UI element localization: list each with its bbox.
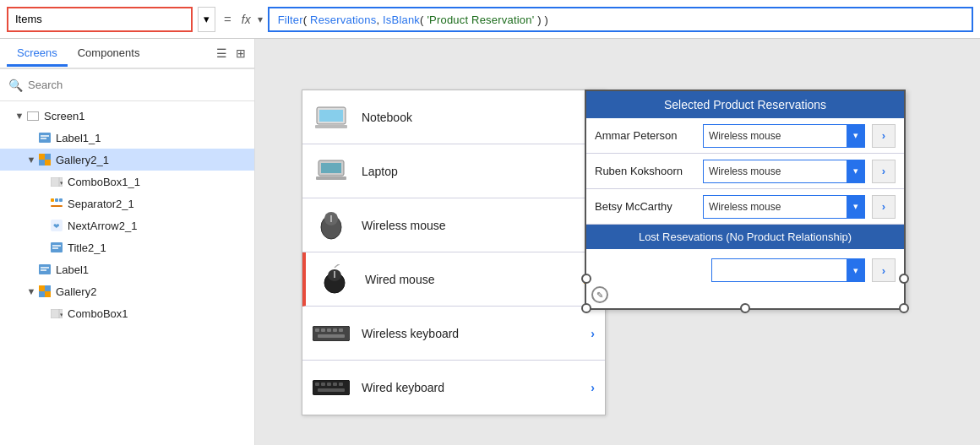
tree-item-title2-1[interactable]: Title2_1 [0,236,254,258]
title-icon-1 [49,240,64,255]
list-view-icon[interactable]: ☰ [215,45,229,62]
laptop-img [313,156,350,187]
svg-rect-31 [315,125,347,128]
wireless-mouse-img [313,210,350,241]
screen-icon [25,108,41,123]
svg-text:❤: ❤ [53,222,60,231]
chevron-down-ammar: ▾ [853,130,858,141]
tree-label-combobox1-1: ComboBox1_1 [68,176,140,188]
resize-handle-bottom-left[interactable] [581,303,591,313]
tree-item-separator2-1[interactable]: Separator2_1 [0,193,254,214]
svg-rect-42 [315,328,319,332]
resize-handle-mid-left[interactable] [581,274,591,284]
svg-rect-6 [45,160,51,166]
tree-item-combobox1-1[interactable]: ▾ ComboBox1_1 [0,171,254,193]
tree-item-label1[interactable]: Label1 [0,258,254,280]
formula-bar: Items ▾ = fx ▾ Filter( Reservations, IsB… [0,0,980,39]
grid-view-icon[interactable]: ⊞ [234,45,248,62]
resize-handle-mid-right[interactable] [899,274,909,284]
svg-rect-51 [327,383,331,386]
formula-product-reservation: 'Product Reservation' [427,14,534,26]
left-panel: Screens Components ☰ ⊞ 🔍 ▼ Screen1 [0,39,255,445]
tab-components[interactable]: Components [68,41,150,67]
ruben-dropdown[interactable]: Wireless mouse ▾ [703,160,865,183]
items-dropdown-btn[interactable]: ▾ [198,7,215,32]
ammar-dropdown[interactable]: Wireless mouse ▾ [703,124,865,148]
tab-screens[interactable]: Screens [7,41,68,67]
product-row-wired-keyboard[interactable]: Wired keyboard › [302,361,605,415]
formula-reservations: Reservations [310,14,376,26]
tree-label-label1: Label1 [56,263,89,276]
tree-panel: ▼ Screen1 Label1_1 ▼ Gallery [0,101,254,445]
svg-rect-25 [45,291,51,297]
product-row-notebook[interactable]: Notebook › [302,90,605,144]
betsy-dropdown-value: Wireless mouse [703,195,847,219]
expand-screen1: ▼ [14,111,25,121]
notebook-img [313,102,350,133]
res-name-betsy: Betsy McCarthy [595,200,696,213]
svg-rect-43 [321,328,325,332]
equals-symbol: = [220,12,235,26]
tree-label-screen1: Screen1 [44,110,84,122]
res-row-ammar: Ammar Peterson Wireless mouse ▾ › [586,118,904,154]
expand-gallery2: ▼ [25,286,37,296]
product-list-panel: Notebook › Laptop › Wireless mouse › [302,90,606,415]
resize-handle-bottom-center[interactable] [740,303,750,313]
ruben-dropdown-btn[interactable]: ▾ [847,160,865,183]
edit-icon[interactable]: ✎ [591,286,608,303]
svg-rect-45 [333,328,337,332]
product-row-wired-mouse[interactable]: Wired mouse ⚠ [302,252,605,307]
svg-rect-30 [319,110,343,122]
svg-rect-44 [327,328,331,332]
svg-rect-11 [55,198,58,202]
product-row-wireless-keyboard[interactable]: Wireless keyboard › [302,307,605,361]
svg-rect-0 [39,133,51,143]
chevron-down-icon: ▾ [204,13,210,25]
tabs-row: Screens Components ☰ ⊞ [0,39,254,69]
tree-item-screen1[interactable]: ▼ Screen1 [0,105,254,127]
betsy-arrow-btn[interactable]: › [872,195,896,219]
search-input[interactable] [28,79,246,91]
betsy-dropdown-btn[interactable]: ▾ [847,195,865,219]
lost-arrow-btn[interactable]: › [872,258,896,282]
tree-label-separator2-1: Separator2_1 [68,198,134,210]
search-icon: 🔍 [8,79,23,92]
svg-rect-54 [318,388,345,392]
resize-handle-bottom-right[interactable] [899,303,909,313]
items-input[interactable]: Items [7,7,193,32]
tree-label-combobox1: ComboBox1 [68,307,128,320]
tree-item-gallery2[interactable]: ▼ Gallery2 [0,280,254,302]
fx-symbol: fx [240,13,253,26]
product-name-wireless-mouse: Wireless mouse [362,219,579,232]
tree-item-label1-1[interactable]: Label1_1 [0,127,254,149]
reservation-panel: Selected Product Reservations Ammar Pete… [585,90,906,310]
product-row-wireless-mouse[interactable]: Wireless mouse › [302,198,605,252]
svg-rect-34 [316,176,346,180]
svg-rect-33 [321,163,341,173]
svg-rect-22 [39,285,45,291]
tree-item-combobox1[interactable]: ▾ ComboBox1 [0,302,254,324]
tree-item-nextarrow2-1[interactable]: ❤ NextArrow2_1 [0,214,254,236]
search-box: 🔍 [0,69,254,101]
ammar-dropdown-btn[interactable]: ▾ [847,124,865,148]
product-row-laptop[interactable]: Laptop › [302,144,605,198]
chevron-right-wired-keyboard: › [591,381,595,394]
ruben-arrow-btn[interactable]: › [872,160,896,183]
lost-dropdown-value [711,258,847,282]
formula-expression[interactable]: Filter( Reservations, IsBlank( 'Product … [268,7,973,32]
lost-body: ▾ › ✎ [586,249,904,308]
formula-comma1: , [376,14,383,26]
fx-dropdown-btn[interactable]: ▾ [258,14,263,25]
ammar-arrow-btn[interactable]: › [872,124,896,148]
label-icon-2 [37,262,52,277]
res-row-ruben: Ruben Kokshoorn Wireless mouse ▾ › [586,154,904,189]
label-icon-1 [37,130,52,145]
lost-dropdown-btn[interactable]: ▾ [847,258,865,282]
canvas-area: Notebook › Laptop › Wireless mouse › [255,39,980,445]
res-name-ammar: Ammar Peterson [595,129,696,142]
tab-icons: ☰ ⊞ [215,45,248,62]
tree-item-gallery2-1[interactable]: ▼ Gallery2_1 [0,149,254,171]
betsy-dropdown[interactable]: Wireless mouse ▾ [703,195,865,219]
lost-dropdown[interactable]: ▾ [711,258,865,282]
svg-rect-13 [51,205,63,207]
